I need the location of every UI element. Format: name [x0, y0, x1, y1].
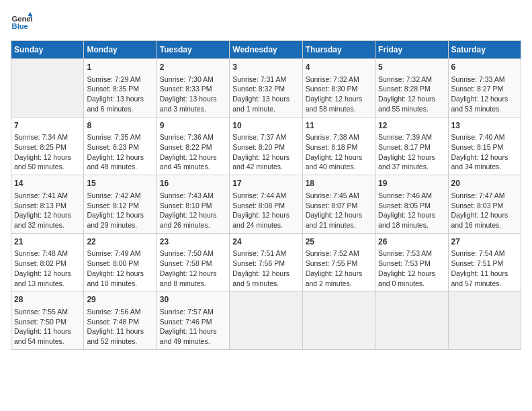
- header-sunday: Sunday: [11, 41, 84, 59]
- day-number: 22: [87, 236, 153, 248]
- calendar-cell: 6Sunrise: 7:33 AMSunset: 8:27 PMDaylight…: [448, 59, 521, 118]
- header-monday: Monday: [84, 41, 157, 59]
- day-number: 7: [14, 120, 81, 132]
- day-info-line: Sunset: 8:33 PM: [160, 84, 226, 94]
- calendar-cell: 28Sunrise: 7:55 AMSunset: 7:50 PMDayligh…: [11, 291, 84, 350]
- calendar-cell: [302, 291, 375, 350]
- day-info-line: Sunrise: 7:35 AM: [87, 132, 153, 142]
- day-info-line: Sunrise: 7:42 AM: [87, 191, 153, 201]
- day-info-line: Daylight: 12 hours: [160, 269, 226, 279]
- day-info-line: Daylight: 12 hours: [306, 152, 372, 163]
- day-info-line: Daylight: 11 hours: [451, 269, 518, 279]
- day-number: 18: [306, 178, 372, 189]
- day-info-line: Sunrise: 7:36 AM: [160, 132, 226, 142]
- day-info-line: Sunrise: 7:56 AM: [87, 307, 153, 317]
- day-info-line: Sunrise: 7:49 AM: [87, 248, 153, 259]
- day-info-line: Sunset: 7:55 PM: [306, 259, 372, 269]
- day-info-line: Sunrise: 7:29 AM: [87, 75, 153, 85]
- day-info-line: Sunset: 8:35 PM: [87, 84, 153, 94]
- day-info-line: Daylight: 12 hours: [306, 94, 372, 104]
- day-info-line: and 49 minutes.: [160, 336, 226, 347]
- day-info-line: Daylight: 11 hours: [87, 326, 153, 336]
- header-tuesday: Tuesday: [157, 41, 229, 59]
- calendar-cell: 14Sunrise: 7:41 AMSunset: 8:13 PMDayligh…: [11, 175, 84, 234]
- day-info-line: Sunset: 8:18 PM: [306, 142, 372, 152]
- day-info-line: Sunrise: 7:31 AM: [232, 75, 299, 85]
- day-info-line: Sunset: 8:17 PM: [378, 142, 445, 152]
- day-info-line: Sunrise: 7:47 AM: [451, 191, 518, 201]
- day-info-line: and 18 minutes.: [378, 220, 445, 230]
- calendar-cell: 30Sunrise: 7:57 AMSunset: 7:46 PMDayligh…: [157, 291, 229, 350]
- day-info-line: Sunrise: 7:39 AM: [378, 132, 445, 142]
- day-info-line: Sunset: 8:22 PM: [160, 142, 226, 152]
- calendar-cell: 23Sunrise: 7:50 AMSunset: 7:58 PMDayligh…: [157, 233, 229, 291]
- day-info-line: Sunset: 8:10 PM: [160, 201, 226, 211]
- day-info-line: Daylight: 11 hours: [14, 326, 81, 336]
- day-info-line: and 40 minutes.: [306, 162, 372, 172]
- day-info-line: Sunset: 8:23 PM: [87, 142, 153, 152]
- day-info-line: Daylight: 12 hours: [14, 269, 81, 279]
- day-info-line: Daylight: 12 hours: [232, 269, 299, 279]
- day-info-line: Daylight: 12 hours: [232, 152, 299, 163]
- day-info-line: Daylight: 13 hours: [232, 94, 299, 104]
- calendar-cell: [375, 291, 448, 350]
- day-info-line: Sunset: 8:28 PM: [378, 84, 445, 94]
- calendar-cell: [11, 59, 84, 118]
- calendar-cell: 5Sunrise: 7:32 AMSunset: 8:28 PMDaylight…: [375, 59, 448, 118]
- day-info-line: Sunset: 7:56 PM: [232, 259, 299, 269]
- day-info-line: Sunset: 8:30 PM: [306, 84, 372, 94]
- calendar-cell: 19Sunrise: 7:46 AMSunset: 8:05 PMDayligh…: [375, 175, 448, 234]
- calendar-cell: 2Sunrise: 7:30 AMSunset: 8:33 PMDaylight…: [157, 59, 229, 118]
- day-number: 16: [160, 178, 226, 189]
- day-info-line: Daylight: 12 hours: [14, 152, 81, 163]
- day-info-line: and 45 minutes.: [160, 162, 226, 172]
- day-info-line: Sunrise: 7:53 AM: [378, 248, 445, 259]
- day-info-line: and 48 minutes.: [87, 162, 153, 172]
- day-info-line: Daylight: 12 hours: [378, 94, 445, 104]
- day-info-line: Daylight: 12 hours: [451, 210, 518, 220]
- day-info-line: Sunrise: 7:41 AM: [14, 191, 81, 201]
- day-info-line: Sunset: 8:05 PM: [378, 201, 445, 211]
- day-info-line: Sunset: 7:50 PM: [14, 317, 81, 327]
- calendar-cell: 9Sunrise: 7:36 AMSunset: 8:22 PMDaylight…: [157, 117, 229, 175]
- day-number: 27: [451, 236, 518, 248]
- day-info-line: Sunset: 8:27 PM: [451, 84, 518, 94]
- svg-text:Blue: Blue: [12, 22, 28, 30]
- day-info-line: and 57 minutes.: [451, 279, 518, 289]
- day-info-line: Daylight: 12 hours: [451, 152, 518, 163]
- day-number: 14: [14, 178, 81, 189]
- day-info-line: Daylight: 12 hours: [160, 210, 226, 220]
- calendar-cell: 25Sunrise: 7:52 AMSunset: 7:55 PMDayligh…: [302, 233, 375, 291]
- day-info-line: Sunset: 8:20 PM: [232, 142, 299, 152]
- calendar-cell: 7Sunrise: 7:34 AMSunset: 8:25 PMDaylight…: [11, 117, 84, 175]
- day-info-line: Daylight: 12 hours: [306, 269, 372, 279]
- calendar-cell: 26Sunrise: 7:53 AMSunset: 7:53 PMDayligh…: [375, 233, 448, 291]
- day-info-line: Sunset: 8:12 PM: [87, 201, 153, 211]
- day-info-line: and 8 minutes.: [160, 279, 226, 289]
- day-info-line: and 6 minutes.: [87, 104, 153, 114]
- day-info-line: Sunrise: 7:46 AM: [378, 191, 445, 201]
- day-info-line: Sunrise: 7:45 AM: [306, 191, 372, 201]
- day-info-line: Sunrise: 7:37 AM: [232, 132, 299, 142]
- day-info-line: and 16 minutes.: [451, 220, 518, 230]
- calendar-cell: 13Sunrise: 7:40 AMSunset: 8:15 PMDayligh…: [448, 117, 521, 175]
- header-friday: Friday: [375, 41, 448, 59]
- day-info-line: Sunset: 7:51 PM: [451, 259, 518, 269]
- day-info-line: and 54 minutes.: [14, 336, 81, 347]
- day-number: 15: [87, 178, 153, 189]
- calendar-cell: 11Sunrise: 7:38 AMSunset: 8:18 PMDayligh…: [302, 117, 375, 175]
- day-info-line: and 24 minutes.: [232, 220, 299, 230]
- calendar-cell: 15Sunrise: 7:42 AMSunset: 8:12 PMDayligh…: [84, 175, 157, 234]
- day-info-line: Sunset: 7:58 PM: [160, 259, 226, 269]
- day-info-line: Daylight: 12 hours: [87, 269, 153, 279]
- day-number: 17: [232, 178, 299, 189]
- day-info-line: Daylight: 12 hours: [378, 152, 445, 163]
- day-info-line: Sunrise: 7:34 AM: [14, 132, 81, 142]
- logo: General Blue: [11, 11, 35, 32]
- day-info-line: Sunset: 8:02 PM: [14, 259, 81, 269]
- calendar-cell: 22Sunrise: 7:49 AMSunset: 8:00 PMDayligh…: [84, 233, 157, 291]
- day-info-line: and 37 minutes.: [378, 162, 445, 172]
- calendar-cell: 4Sunrise: 7:32 AMSunset: 8:30 PMDaylight…: [302, 59, 375, 118]
- calendar-cell: 12Sunrise: 7:39 AMSunset: 8:17 PMDayligh…: [375, 117, 448, 175]
- calendar-cell: 8Sunrise: 7:35 AMSunset: 8:23 PMDaylight…: [84, 117, 157, 175]
